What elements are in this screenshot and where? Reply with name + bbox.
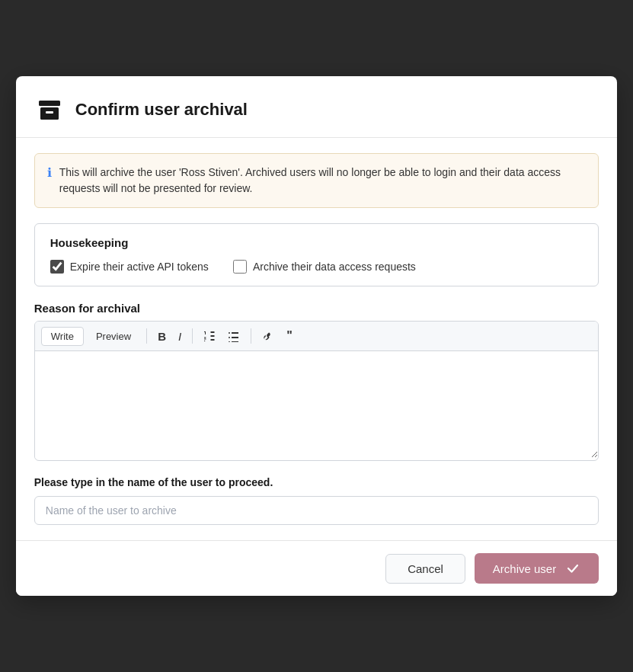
bold-button[interactable]: B [153,327,171,346]
expire-tokens-label: Expire their active API tokens [70,261,209,273]
archive-icon [34,94,65,125]
link-button[interactable] [257,327,279,345]
preview-tab[interactable]: Preview [87,328,140,345]
ordered-list-button[interactable] [199,327,220,345]
reason-editor: Write Preview B I [34,321,599,461]
reason-textarea[interactable] [35,351,598,458]
confirm-archive-modal: Confirm user archival ℹ This will archiv… [16,76,617,596]
bold-icon: B [158,330,166,343]
archive-user-button[interactable]: Archive user [475,553,599,584]
unordered-list-button[interactable] [223,327,245,345]
write-tab[interactable]: Write [41,327,84,346]
toolbar-separator-2 [192,328,193,344]
expire-tokens-checkbox[interactable] [50,260,64,274]
archive-requests-checkbox[interactable] [233,260,247,274]
ordered-list-icon [203,330,216,342]
archive-requests-checkbox-item[interactable]: Archive their data access requests [233,260,416,274]
confirm-label: Please type in the name of the user to p… [34,476,599,488]
archive-requests-label: Archive their data access requests [253,261,416,273]
editor-toolbar: Write Preview B I [35,322,598,351]
modal-title: Confirm user archival [75,100,248,120]
info-banner-text: This will archive the user 'Ross Stiven'… [59,165,586,197]
svg-rect-0 [39,101,60,106]
modal-header: Confirm user archival [16,76,617,138]
reason-label: Reason for archival [34,302,599,315]
modal-body: ℹ This will archive the user 'Ross Stive… [16,138,617,540]
housekeeping-title: Housekeeping [50,236,583,249]
user-name-input[interactable] [34,496,599,525]
italic-icon: I [178,330,181,343]
cancel-button[interactable]: Cancel [385,554,465,584]
expire-tokens-checkbox-item[interactable]: Expire their active API tokens [50,260,209,274]
link-icon [262,330,274,342]
quote-button[interactable]: " [282,326,297,346]
housekeeping-section: Housekeeping Expire their active API tok… [34,223,599,286]
toolbar-separator-3 [251,328,251,344]
italic-button[interactable]: I [174,327,186,346]
modal-footer: Cancel Archive user [16,540,617,596]
archive-check-icon [565,561,580,576]
info-banner: ℹ This will archive the user 'Ross Stive… [34,153,599,208]
info-icon: ℹ [47,165,52,180]
modal-overlay: Confirm user archival ℹ This will archiv… [0,0,633,672]
checkboxes-row: Expire their active API tokens Archive t… [50,260,583,274]
archive-user-label: Archive user [493,562,556,575]
quote-icon: " [286,329,293,343]
svg-rect-2 [46,111,53,114]
unordered-list-icon [228,330,240,342]
toolbar-separator-1 [146,328,147,344]
